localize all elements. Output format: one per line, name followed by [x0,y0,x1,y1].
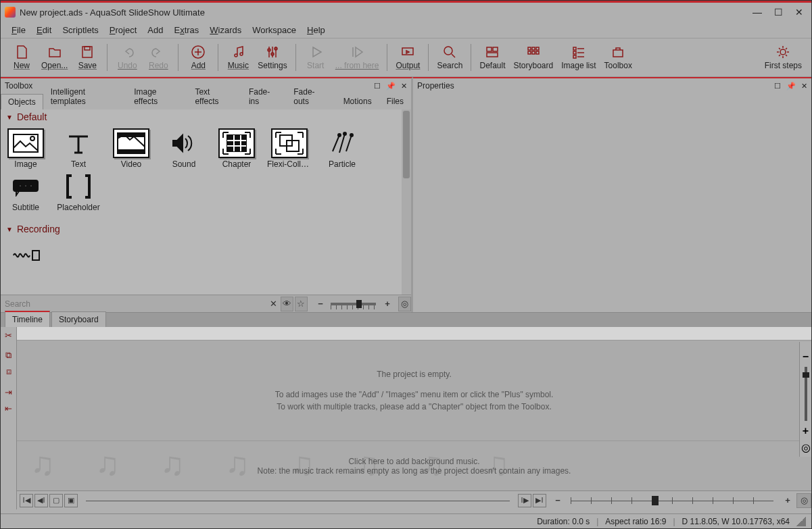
menu-wizards[interactable]: Wizards [206,24,245,36]
obj-subtitle[interactable]: Subtitle [3,172,48,212]
maximize-button[interactable]: ☐ [774,7,783,18]
obj-particle[interactable]: Particle [320,128,364,169]
tab-objects[interactable]: Objects [1,94,43,109]
toolbox-scrollbar[interactable] [402,109,411,295]
slider-handle[interactable] [803,372,809,378]
tab-text-effects[interactable]: Text effects [187,84,241,109]
undo-button[interactable]: Undo [112,43,143,72]
settings-button[interactable]: Settings [254,43,291,72]
slider-handle[interactable] [356,300,362,308]
obj-text[interactable]: Text [56,128,101,169]
slider-handle[interactable] [652,496,659,505]
app-icon [5,7,16,18]
tab-fade-outs[interactable]: Fade-outs [286,84,335,109]
save-button[interactable]: Save [72,43,103,72]
tab-timeline[interactable]: Timeline [5,311,50,327]
nav-out-icon[interactable]: ▣ [64,494,78,507]
menu-extras[interactable]: Extras [170,24,203,36]
panel-restore-icon[interactable]: ☐ [774,82,781,91]
search-button[interactable]: Search [433,43,467,72]
timeline-ruler-row: I◀ ◀I ▢ ▣ I▶ ▶I − + ◎ [17,490,811,509]
main-toolbar: New Open... Save Undo Redo Add Music Set… [1,38,811,77]
panel-restore-icon[interactable]: ☐ [374,82,381,91]
nav-last-icon[interactable]: ▶I [533,494,546,507]
output-button[interactable]: Output [391,43,424,72]
obj-flexi-collage[interactable]: Flexi-Colla... [267,128,312,169]
panel-pin-icon[interactable]: 📌 [786,82,796,91]
status-build: D 11.8.05, W 10.0.17763, x64 [682,517,790,526]
tl-target-icon[interactable]: ◎ [796,493,811,508]
tab-fade-ins[interactable]: Fade-ins [241,84,286,109]
obj-video[interactable]: Video [109,128,153,169]
menu-help[interactable]: Help [303,24,329,36]
resize-grip-icon[interactable] [796,517,806,526]
svg-rect-9 [493,47,498,51]
timeline-scrollbar[interactable] [86,495,510,507]
imagelist-layout-button[interactable]: Image list [557,43,600,72]
timeline-track-header[interactable] [17,327,811,341]
menu-project[interactable]: Project [105,24,141,36]
properties-header[interactable]: Properties ☐📌✕ [413,78,811,93]
play-from-here-button[interactable]: ... from here [331,43,383,72]
panel-pin-icon[interactable]: 📌 [386,82,396,91]
tl-zoom-in-icon[interactable]: + [780,493,795,508]
tl-tool-group-icon[interactable]: ⧉ [1,347,16,363]
star-icon[interactable]: ☆ [295,297,308,311]
new-button[interactable]: New [6,43,37,72]
timeline-empty-message: The project is empty. To add images use … [17,341,811,428]
default-layout-button[interactable]: Default [475,43,509,72]
menu-scriptlets[interactable]: Scriptlets [58,24,102,36]
tab-storyboard[interactable]: Storyboard [51,311,106,327]
menu-add[interactable]: Add [143,24,167,36]
tl-tool-collapse-icon[interactable]: ⇥ [1,384,16,400]
first-steps-button[interactable]: First steps [761,43,806,72]
tl-tool-ungroup-icon[interactable]: ⧈ [1,363,16,380]
nav-first-icon[interactable]: I◀ [20,494,33,507]
target-icon[interactable]: ◎ [398,297,411,311]
section-default[interactable]: ▼Default [1,109,411,124]
zoom-out-icon[interactable]: − [314,297,327,311]
vol-target-icon[interactable]: ◎ [801,441,811,454]
nav-in-icon[interactable]: ▢ [49,494,63,507]
obj-recording-item[interactable] [3,241,48,270]
menu-edit[interactable]: Edit [32,24,55,36]
tab-motions[interactable]: Motions [336,93,379,109]
obj-image[interactable]: Image [3,128,48,169]
clear-search-icon[interactable]: ✕ [267,297,279,311]
scrollbar-thumb[interactable] [403,111,410,178]
panel-close-icon[interactable]: ✕ [401,82,407,91]
toolbox-zoom-slider[interactable] [331,303,376,305]
nav-next-icon[interactable]: I▶ [518,494,531,507]
music-button[interactable]: Music [222,43,254,72]
storyboard-layout-button[interactable]: Storyboard [510,43,558,72]
tl-zoom-out-icon[interactable]: − [550,493,565,508]
music-track[interactable]: ♫♫♫♫♫♫♫♫ Click here to add background mu… [17,440,811,490]
toolbox-layout-button[interactable]: Toolbox [600,43,636,72]
panel-close-icon[interactable]: ✕ [801,82,807,91]
obj-placeholder[interactable]: Placeholder [56,172,101,212]
close-button[interactable]: ✕ [795,7,803,18]
vol-plus-icon[interactable]: + [803,425,809,437]
vol-minus-icon[interactable]: − [803,351,809,363]
tl-tool-expand-icon[interactable]: ⇤ [1,400,16,416]
toolbox-search-input[interactable] [1,297,266,311]
tab-image-effects[interactable]: Image effects [126,84,187,109]
tl-tool-cut-icon[interactable]: ✂ [1,327,16,343]
obj-sound[interactable]: Sound [162,128,206,169]
menu-file[interactable]: File [7,24,30,36]
obj-chapter[interactable]: Chapter [214,128,259,169]
eye-icon[interactable]: 👁 [281,297,293,311]
tab-intelligent-templates[interactable]: Intelligent templates [43,84,126,109]
start-button[interactable]: Start [300,43,331,72]
nav-prev-icon[interactable]: ◀I [34,494,48,507]
menu-workspace[interactable]: Workspace [248,24,300,36]
add-button[interactable]: Add [183,43,214,72]
redo-button[interactable]: Redo [143,43,174,72]
minimize-button[interactable]: — [753,7,762,18]
timeline-zoom-slider[interactable] [571,495,773,507]
zoom-in-icon[interactable]: + [381,297,393,311]
open-button[interactable]: Open... [37,43,72,72]
section-recording[interactable]: ▼Recording [1,222,411,236]
tab-files[interactable]: Files [379,93,411,109]
volume-slider[interactable] [805,367,807,421]
